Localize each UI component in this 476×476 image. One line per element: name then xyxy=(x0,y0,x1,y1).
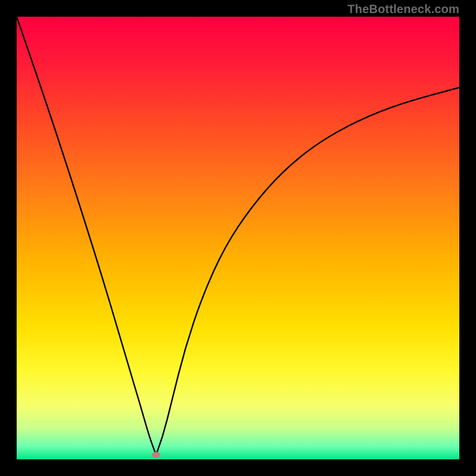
gradient-background xyxy=(17,17,459,459)
chart-frame xyxy=(17,17,459,459)
watermark-text: TheBottleneck.com xyxy=(347,2,459,16)
bottleneck-chart xyxy=(17,17,459,459)
vertex-marker xyxy=(152,452,160,458)
